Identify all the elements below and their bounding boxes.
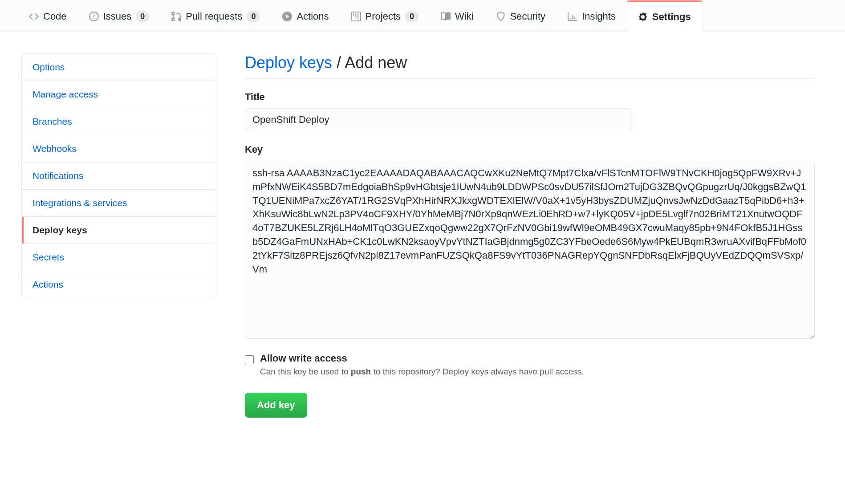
- allow-write-note: Can this key be used to push to this rep…: [260, 367, 584, 377]
- sidebar-item-actions[interactable]: Actions: [22, 271, 216, 298]
- sidebar-item-notifications[interactable]: Notifications: [22, 163, 216, 190]
- tab-settings[interactable]: Settings: [627, 0, 702, 32]
- key-textarea[interactable]: [245, 161, 815, 339]
- sidebar-item-options[interactable]: Options: [22, 54, 216, 81]
- sidebar-item-manage-access[interactable]: Manage access: [22, 81, 216, 108]
- gear-icon: [638, 12, 648, 22]
- issue-icon: [89, 12, 99, 21]
- tab-label: Pull requests: [186, 11, 242, 22]
- graph-icon: [568, 12, 577, 21]
- tab-projects[interactable]: Projects 0: [340, 0, 430, 32]
- tab-label: Security: [510, 11, 545, 22]
- allow-write-label: Allow write access: [260, 353, 584, 364]
- shield-icon: [496, 12, 506, 21]
- sidebar-item-deploy-keys[interactable]: Deploy keys: [22, 217, 216, 244]
- tab-security[interactable]: Security: [485, 0, 557, 32]
- page-title: Deploy keys / Add new: [245, 53, 815, 79]
- tab-label: Actions: [297, 11, 329, 22]
- breadcrumb-link-deploy-keys[interactable]: Deploy keys: [245, 53, 332, 72]
- pr-count: 0: [247, 11, 260, 22]
- tab-insights[interactable]: Insights: [557, 0, 627, 32]
- tab-label: Settings: [652, 11, 691, 23]
- breadcrumb-current: Add new: [345, 53, 407, 72]
- pull-request-icon: [171, 12, 181, 21]
- main-content: Deploy keys / Add new Title Key Allow wr…: [245, 53, 815, 418]
- tab-pull-requests[interactable]: Pull requests 0: [160, 0, 271, 32]
- play-icon: [282, 12, 292, 21]
- book-icon: [441, 12, 451, 21]
- sidebar-item-integrations[interactable]: Integrations & services: [22, 190, 216, 217]
- sidebar-item-webhooks[interactable]: Webhooks: [22, 135, 216, 163]
- repo-nav: Code Issues 0 Pull requests 0 Actions: [0, 0, 845, 32]
- tab-label: Insights: [582, 11, 616, 22]
- title-label: Title: [245, 91, 815, 103]
- title-input[interactable]: [245, 108, 632, 131]
- sidebar-item-secrets[interactable]: Secrets: [22, 244, 216, 271]
- project-icon: [351, 12, 361, 21]
- tab-code[interactable]: Code: [18, 0, 78, 32]
- breadcrumb-sep: /: [332, 53, 345, 72]
- sidebar-item-branches[interactable]: Branches: [22, 108, 216, 135]
- add-key-button[interactable]: Add key: [245, 393, 307, 418]
- settings-sidebar: Options Manage access Branches Webhooks …: [21, 53, 216, 298]
- tab-label: Wiki: [455, 11, 474, 22]
- allow-write-checkbox[interactable]: [245, 355, 254, 364]
- tab-wiki[interactable]: Wiki: [430, 0, 485, 32]
- tab-issues[interactable]: Issues 0: [78, 0, 161, 32]
- projects-count: 0: [405, 11, 418, 22]
- tab-label: Projects: [366, 11, 401, 22]
- tab-label: Code: [43, 11, 67, 22]
- key-label: Key: [245, 144, 815, 155]
- tab-actions[interactable]: Actions: [271, 0, 340, 32]
- code-icon: [29, 12, 39, 21]
- tab-label: Issues: [103, 11, 132, 22]
- issues-count: 0: [136, 11, 149, 22]
